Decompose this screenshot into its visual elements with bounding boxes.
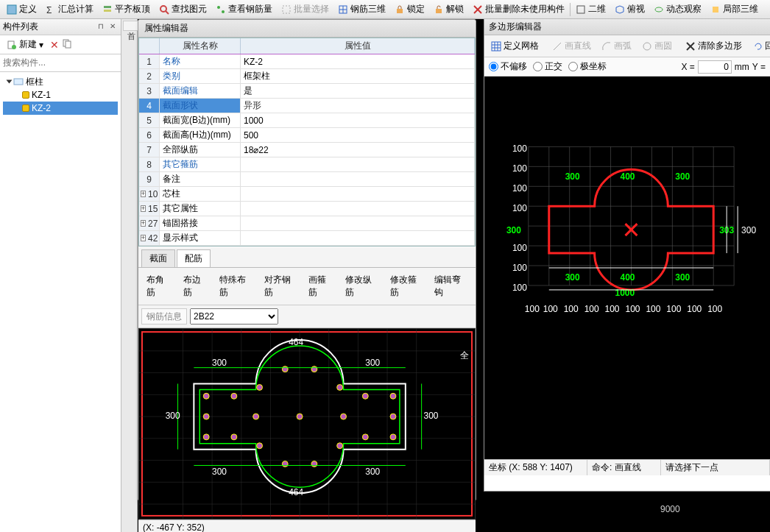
svg-point-57 [203,434,209,440]
svg-line-7 [166,11,169,14]
mode-polar[interactable]: 极坐标 [568,60,607,73]
local-3d-button[interactable]: 局部三维 [707,1,762,18]
status-command: 命令: 画直线 [587,460,661,475]
delete-icon[interactable]: ✕ [50,39,59,51]
cube-icon [615,4,625,15]
batch-select-button[interactable]: 批量选择 [278,1,333,18]
svg-text:100: 100 [512,283,527,293]
polygon-editor-title: 多边形编辑器 [484,19,770,35]
draw-circle-button[interactable]: 画圆 [638,38,676,54]
arc-icon [601,41,612,52]
rebar-3d-button[interactable]: 钢筋三维 [334,1,389,18]
svg-point-56 [390,414,396,419]
property-row[interactable]: +10芯柱 [139,187,475,202]
property-row[interactable]: 6截面高(H边)(mm)500 [139,128,475,143]
svg-point-59 [257,443,263,449]
batch-delete-button[interactable]: 批量删除未使用构件 [469,1,568,18]
polygon-status-bar: 坐标 (X: 588 Y: 1407) 命令: 画直线 请选择下一点 [484,459,770,475]
copy-icon[interactable] [62,38,72,51]
unlock-button[interactable]: 解锁 [430,1,467,18]
select-icon [281,4,292,15]
component-list-title: 构件列表 [3,21,38,33]
cfg-button[interactable]: 画箍筋 [303,271,339,302]
property-row[interactable]: 5截面宽(B边)(mm)1000 [139,113,475,128]
unlock-icon [434,4,444,15]
close-icon[interactable]: ✕ [107,22,118,32]
svg-text:100: 100 [512,203,527,213]
tree-item-kz2[interactable]: KZ-2 [3,102,118,115]
cfg-button[interactable]: 对齐钢筋 [259,271,303,302]
svg-point-79 [643,43,651,50]
property-row[interactable]: +15其它属性 [139,202,475,216]
property-row[interactable]: 9备注 [139,172,475,187]
undo-button[interactable]: 回退 [749,38,770,54]
cfg-button[interactable]: 布角筋 [141,271,177,302]
draw-arc-button[interactable]: 画弧 [598,38,635,54]
property-row[interactable]: +42显示样式 [139,231,475,246]
svg-text:100: 100 [525,304,540,314]
cfg-button[interactable]: 特殊布筋 [214,271,258,302]
property-row[interactable]: 2类别框架柱 [139,69,475,84]
search-input[interactable] [0,54,121,71]
svg-point-49 [337,384,343,390]
new-button[interactable]: 新建 ▾ [3,37,47,52]
mode-ortho[interactable]: 正交 [533,60,562,73]
dim-label: 300 [424,411,439,421]
svg-rect-24 [66,41,71,48]
property-row[interactable]: 1名称KZ-2 [139,54,475,69]
cfg-button[interactable]: 修改箍筋 [385,271,428,302]
property-row[interactable]: 8其它箍筋 [139,157,475,172]
define-button[interactable]: 定义 [3,1,40,18]
svg-text:100: 100 [707,304,722,314]
dim-label: 300 [506,225,521,235]
perspective-button[interactable]: 俯视 [611,1,649,18]
mode-no-offset[interactable]: 不偏移 [489,60,527,73]
align-top-button[interactable]: 平齐板顶 [99,1,154,18]
2d-button[interactable]: 二维 [572,1,610,18]
vertical-tab-gutter: 首 [121,19,138,532]
svg-point-55 [341,414,347,419]
define-grid-button[interactable]: 定义网格 [487,38,543,54]
tree-item-kz1[interactable]: KZ-1 [3,88,118,102]
property-row[interactable]: 4截面形状异形 [139,99,475,113]
rebar-icon [216,4,226,15]
draw-line-button[interactable]: 画直线 [548,38,595,54]
svg-rect-15 [436,9,442,13]
sum-button[interactable]: Σ汇总计算 [42,1,97,18]
clear-polygon-button[interactable]: 清除多边形 [682,38,746,54]
lock-button[interactable]: 锁定 [391,1,428,18]
dynamic-observe-button[interactable]: 动态观察 [650,1,705,18]
pin-icon[interactable]: ⊓ [96,22,106,32]
x-input[interactable] [698,60,732,74]
line-icon [552,41,562,52]
new-icon [7,40,17,50]
dim-label: 1000 [615,288,635,298]
rebar-info-select[interactable]: 2B22 [190,308,278,324]
svg-rect-10 [283,6,290,13]
check-rebar-button[interactable]: 查看钢筋量 [212,1,276,18]
folder-icon [13,77,24,87]
header-property-name: 属性名称 [160,38,241,54]
dim-label: 464 [289,487,303,497]
section-canvas[interactable]: 464 300 300 300 300 300 300 464 全 [138,328,476,519]
tree-root-framecolumn[interactable]: 框柱 [3,75,118,88]
tab-rebar[interactable]: 配筋 [177,249,211,267]
property-row[interactable]: +27锚固搭接 [139,216,475,231]
tab-section[interactable]: 截面 [141,249,175,267]
clear-icon [685,41,696,52]
svg-text:100: 100 [543,304,558,314]
delete-icon [473,4,483,15]
property-row[interactable]: 3截面编辑是 [139,84,475,99]
find-button[interactable]: 查找图元 [155,1,211,18]
cfg-button[interactable]: 布边筋 [178,271,213,302]
cfg-button[interactable]: 编辑弯钩 [429,271,473,302]
status-hint: 请选择下一点 [661,460,770,475]
svg-rect-73 [492,42,501,51]
svg-text:100: 100 [605,304,620,314]
cfg-button[interactable]: 修改纵筋 [340,271,384,302]
property-row[interactable]: 7全部纵筋18⌀22 [139,143,475,157]
polygon-canvas[interactable]: 100100100100100100100 100100100100100100… [484,77,770,459]
svg-rect-2 [7,5,16,14]
svg-point-54 [297,414,303,419]
svg-rect-25 [14,79,23,85]
